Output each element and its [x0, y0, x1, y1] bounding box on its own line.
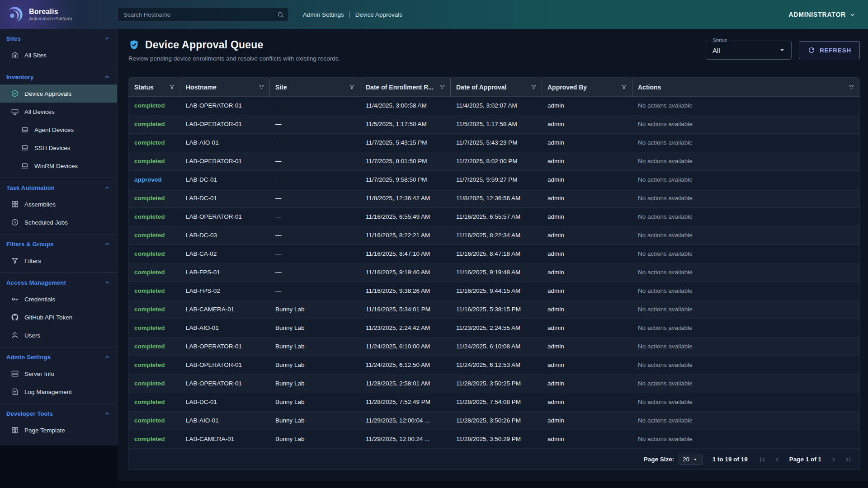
table-row[interactable]: approvedLAB-DC-01—11/7/2025, 9:58:50 PM1… — [129, 171, 859, 189]
table-row[interactable]: completedLAB-FPS-02—11/16/2025, 9:38:26 … — [129, 282, 859, 300]
status-cell: completed — [129, 226, 180, 244]
github-icon — [11, 313, 19, 321]
user-icon — [11, 331, 19, 339]
actions-cell: No actions available — [632, 245, 859, 263]
hostname-cell: LAB-OPERATOR-01 — [180, 375, 270, 393]
sidebar-item-log-management[interactable]: Log Management — [0, 383, 117, 401]
table-row[interactable]: completedLAB-DC-01—11/8/2025, 12:36:42 A… — [129, 189, 859, 208]
column-header-approved-by[interactable]: Approved By — [542, 78, 632, 96]
sidebar-section-sites[interactable]: Sites — [0, 31, 117, 46]
sidebar-item-label: SSH Devices — [34, 145, 71, 151]
table-row[interactable]: completedLAB-OPERATOR-01Bunny Lab11/24/2… — [129, 356, 859, 375]
last-page-button[interactable] — [843, 455, 853, 465]
status-cell: completed — [129, 152, 180, 170]
enrollment-date-cell: 11/29/2025, 12:00:04 ... — [360, 412, 451, 430]
approved-by-cell: admin — [542, 245, 632, 263]
filter-icon[interactable] — [169, 84, 175, 90]
table-row[interactable]: completedLAB-AIO-01Bunny Lab11/29/2025, … — [129, 412, 859, 430]
table-row[interactable]: completedLAB-DC-03—11/16/2025, 8:22:21 A… — [129, 226, 859, 245]
enrollment-date-cell: 11/8/2025, 12:36:42 AM — [360, 189, 451, 207]
page-size-select[interactable]: 20 — [679, 454, 702, 465]
column-header-status[interactable]: Status — [129, 78, 180, 96]
column-header-site[interactable]: Site — [270, 78, 360, 96]
sidebar-section-access-management[interactable]: Access Management — [0, 275, 117, 290]
filter-icon[interactable] — [258, 84, 265, 90]
table-row[interactable]: completedLAB-OPERATOR-01—11/16/2025, 6:5… — [129, 208, 859, 226]
sidebar-section-label: Developer Tools — [6, 410, 53, 417]
approved-by-cell: admin — [542, 134, 632, 152]
next-page-button[interactable] — [829, 455, 839, 465]
column-header-hostname[interactable]: Hostname — [180, 78, 270, 96]
sidebar-item-device-approvals[interactable]: Device Approvals — [0, 84, 117, 103]
sidebar-item-page-template[interactable]: Page Template — [0, 421, 117, 439]
table-row[interactable]: completedLAB-FPS-01—11/16/2025, 9:19:40 … — [129, 263, 859, 282]
sidebar-section-task-automation[interactable]: Task Automation — [0, 180, 117, 195]
breadcrumb-separator — [349, 11, 350, 18]
filter-icon[interactable] — [439, 84, 446, 90]
sidebar-item-all-devices[interactable]: All Devices — [0, 103, 117, 121]
table-row[interactable]: completedLAB-CAMERA-01Bunny Lab11/29/202… — [129, 430, 859, 449]
sidebar-item-scheduled-jobs[interactable]: Scheduled Jobs — [0, 213, 117, 231]
first-page-button[interactable] — [758, 455, 768, 465]
table-row[interactable]: completedLAB-OPERATOR-01Bunny Lab11/24/2… — [129, 338, 859, 356]
chevron-up-icon — [104, 240, 111, 248]
hostname-cell: LAB-DC-01 — [180, 189, 270, 207]
table-row[interactable]: completedLAB-OPERATOR-01—11/4/2025, 3:00… — [129, 97, 859, 115]
table-row[interactable]: completedLAB-CA-02—11/16/2025, 8:47:10 A… — [129, 245, 859, 263]
breadcrumb-admin-settings[interactable]: Admin Settings — [303, 11, 344, 18]
sidebar-section-admin-settings[interactable]: Admin Settings — [0, 349, 117, 365]
site-cell: — — [270, 208, 360, 226]
hostname-cell: LAB-DC-01 — [180, 171, 270, 189]
previous-page-button[interactable] — [772, 455, 782, 465]
sidebar-item-all-sites[interactable]: All Sites — [0, 46, 117, 64]
page-size-value: 20 — [683, 456, 689, 463]
table-row[interactable]: completedLAB-OPERATOR-01—11/7/2025, 8:01… — [129, 152, 859, 171]
sidebar-item-server-info[interactable]: Server Info — [0, 365, 117, 383]
sidebar-item-filters[interactable]: Filters — [0, 252, 117, 270]
breadcrumb-device-approvals[interactable]: Device Approvals — [355, 11, 402, 18]
sidebar-item-agent-devices[interactable]: Agent Devices — [0, 121, 117, 139]
filter-icon[interactable] — [621, 84, 627, 90]
approval-date-cell: 11/16/2025, 9:44:15 AM — [451, 282, 542, 300]
filter-icon[interactable] — [848, 84, 855, 90]
status-filter-select[interactable]: Status All — [706, 41, 792, 60]
table-row[interactable]: completedLAB-DC-01Bunny Lab11/28/2025, 7… — [129, 393, 859, 412]
approval-icon — [11, 89, 19, 98]
sidebar-section-developer-tools[interactable]: Developer Tools — [0, 406, 117, 421]
table-row[interactable]: completedLAB-CAMERA-01Bunny Lab11/16/202… — [129, 300, 859, 319]
sidebar-item-users[interactable]: Users — [0, 326, 117, 344]
sidebar-section: Access ManagementCredentialsGitHub API T… — [0, 272, 117, 347]
sidebar-item-label: Device Approvals — [24, 90, 71, 97]
building-icon — [11, 51, 19, 59]
column-header-date-of-enrollment-r[interactable]: Date of Enrollment R... — [360, 78, 451, 96]
sidebar-item-label: Server Info — [24, 371, 54, 377]
sidebar-item-ssh-devices[interactable]: SSH Devices — [0, 139, 117, 157]
table-row[interactable]: completedLAB-OPERATOR-01—11/5/2025, 1:17… — [129, 115, 859, 134]
sidebar-item-credentials[interactable]: Credentials — [0, 290, 117, 308]
sidebar-section-filters-groups[interactable]: Filters & Groups — [0, 236, 117, 252]
refresh-button[interactable]: REFRESH — [799, 41, 860, 59]
user-menu-button[interactable]: ADMINISTRATOR — [788, 11, 856, 19]
site-cell: — — [270, 282, 360, 300]
sidebar-item-winrm-devices[interactable]: WinRM Devices — [0, 157, 117, 175]
sidebar-item-github-api-token[interactable]: GitHub API Token — [0, 308, 117, 326]
enrollment-date-cell: 11/16/2025, 5:34:01 PM — [360, 300, 451, 319]
column-header-actions[interactable]: Actions — [632, 78, 859, 96]
filter-icon[interactable] — [530, 84, 537, 90]
sidebar-item-label: Credentials — [24, 296, 55, 303]
column-header-date-of-approval[interactable]: Date of Approval — [451, 78, 542, 96]
table-row[interactable]: completedLAB-AIO-01—11/7/2025, 5:43:15 P… — [129, 134, 859, 152]
site-cell: — — [270, 189, 360, 207]
filter-icon[interactable] — [349, 84, 355, 90]
site-cell: Bunny Lab — [270, 319, 360, 337]
sidebar-item-assemblies[interactable]: Assemblies — [0, 195, 117, 213]
actions-cell: No actions available — [632, 208, 859, 226]
sidebar-section-inventory[interactable]: Inventory — [0, 69, 117, 84]
actions-cell: No actions available — [632, 263, 859, 282]
sidebar-section: Task AutomationAssembliesScheduled Jobs — [0, 178, 117, 234]
table-row[interactable]: completedLAB-AIO-01Bunny Lab11/23/2025, … — [129, 319, 859, 338]
table-row[interactable]: completedLAB-OPERATOR-01Bunny Lab11/28/2… — [129, 375, 859, 393]
site-cell: Bunny Lab — [270, 412, 360, 430]
search-input[interactable] — [118, 8, 288, 22]
approval-date-cell: 11/16/2025, 8:22:34 AM — [451, 226, 542, 244]
